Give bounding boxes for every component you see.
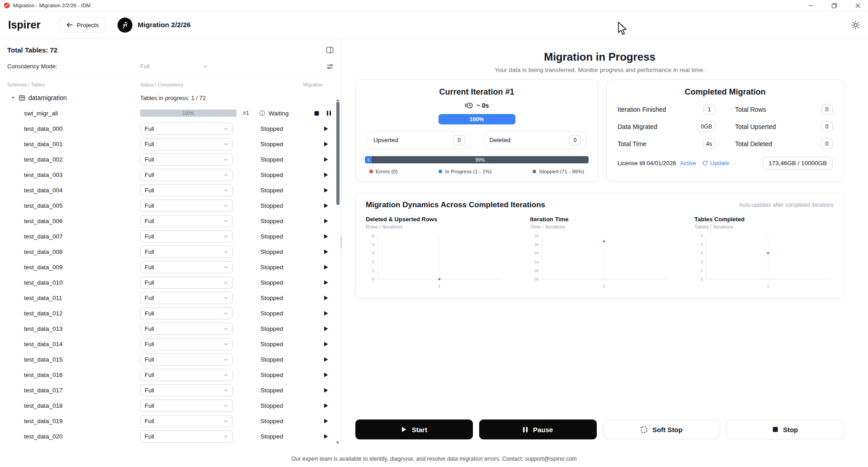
start-button[interactable]: Start (355, 419, 473, 439)
start-table-button[interactable] (323, 310, 329, 316)
license-status: Active (680, 160, 696, 167)
table-row[interactable]: test_data_007 Full Stopped (0, 229, 336, 244)
mode-dropdown[interactable]: Full (140, 369, 233, 381)
mode-dropdown[interactable]: Full (140, 215, 233, 227)
mode-dropdown[interactable]: Full (140, 169, 233, 181)
table-row[interactable]: test_data_012 Full Stopped (0, 305, 336, 321)
table-row[interactable]: test_data_011 Full Stopped (0, 290, 336, 305)
stop-button[interactable]: Stop (726, 419, 844, 439)
panel-scrollbar[interactable] (335, 95, 340, 446)
mode-dropdown[interactable]: Full (140, 430, 233, 443)
svg-text:1: 1 (372, 268, 374, 273)
mode-dropdown[interactable]: Full (140, 415, 233, 427)
mode-dropdown[interactable]: Full (140, 384, 233, 396)
start-table-button[interactable] (323, 295, 329, 301)
mode-dropdown[interactable]: Full (140, 138, 233, 150)
mode-dropdown[interactable]: Full (140, 230, 233, 243)
mode-dropdown[interactable]: Full (140, 323, 233, 335)
status-text: Stopped (260, 295, 302, 301)
table-row[interactable]: test_data_002 Full Stopped (0, 152, 336, 167)
table-row[interactable]: test_data_001 Full Stopped (0, 136, 336, 152)
mode-dropdown[interactable]: Full (140, 123, 233, 135)
chevron-down-icon (223, 372, 228, 377)
table-row[interactable]: test_data_006 Full Stopped (0, 213, 336, 229)
start-table-button[interactable] (323, 264, 329, 270)
table-row[interactable]: test_data_017 Full Stopped (0, 382, 336, 398)
close-button[interactable] (848, 0, 868, 11)
support-footer: Our expert team is available to identify… (0, 451, 868, 467)
mode-dropdown[interactable]: Full (140, 276, 233, 289)
panel-resize-handle[interactable] (340, 237, 342, 248)
start-table-button[interactable] (323, 218, 329, 224)
table-row[interactable]: test_data_009 Full Stopped (0, 259, 336, 275)
scroll-thumb[interactable] (336, 102, 340, 205)
theme-toggle-button[interactable] (851, 21, 860, 29)
table-filter-button[interactable] (326, 63, 334, 70)
table-row[interactable]: test_data_000 Full Stopped (0, 121, 336, 136)
table-row[interactable]: test_data_018 Full Stopped (0, 398, 336, 413)
schema-row[interactable]: datamigration Tables in progress: 1 / 72 (0, 90, 336, 105)
start-table-button[interactable] (323, 203, 329, 209)
back-to-projects-button[interactable]: Projects (60, 17, 106, 33)
start-table-button[interactable] (323, 172, 329, 178)
mode-dropdown[interactable]: Full (140, 338, 233, 350)
start-table-button[interactable] (323, 372, 329, 378)
mode-dropdown[interactable]: Full (140, 307, 233, 319)
start-table-button[interactable] (323, 126, 329, 132)
mode-value: Full (145, 125, 154, 132)
scroll-down-icon[interactable] (336, 438, 340, 446)
minimize-button[interactable] (801, 0, 821, 11)
mode-dropdown[interactable]: Full (140, 184, 233, 196)
start-table-button[interactable] (323, 341, 329, 347)
pause-table-button[interactable] (326, 110, 331, 116)
table-name: swt_migr_all (7, 110, 140, 117)
start-table-button[interactable] (323, 187, 329, 193)
svg-text:0s: 0s (534, 268, 538, 273)
start-table-button[interactable] (323, 434, 329, 439)
panel-collapse-button[interactable] (326, 47, 334, 53)
pause-button[interactable]: Pause (479, 419, 597, 439)
mode-dropdown[interactable]: Full (140, 200, 233, 212)
table-row[interactable]: test_data_019 Full Stopped (0, 413, 336, 429)
table-row[interactable]: test_data_010 Full Stopped (0, 275, 336, 290)
soft-stop-button[interactable]: Soft Stop (603, 419, 721, 439)
table-row[interactable]: test_data_014 Full Stopped (0, 336, 336, 352)
table-row[interactable]: test_data_013 Full Stopped (0, 321, 336, 336)
consistency-mode-select[interactable]: Full (140, 63, 208, 70)
chart-deleted-upserted: Deleted & Upserted Rows Rows / Iteration… (366, 216, 505, 293)
maximize-button[interactable] (824, 0, 844, 11)
license-update-link[interactable]: Update (702, 160, 729, 167)
start-table-button[interactable] (323, 157, 329, 162)
mode-dropdown[interactable]: Full (140, 261, 233, 273)
table-name: test_data_005 (7, 202, 140, 209)
start-table-button[interactable] (323, 141, 329, 147)
start-table-button[interactable] (323, 234, 329, 239)
start-table-button[interactable] (323, 280, 329, 286)
mode-dropdown[interactable]: Full (140, 246, 233, 258)
start-table-button[interactable] (323, 418, 329, 424)
mode-value: Full (145, 387, 154, 394)
mode-dropdown[interactable]: Full (140, 353, 233, 366)
tree-expand-caret-icon[interactable] (11, 95, 15, 100)
table-row[interactable]: test_data_004 Full Stopped (0, 182, 336, 198)
table-name: test_data_003 (7, 172, 140, 178)
table-row[interactable]: test_data_020 Full Stopped (0, 429, 336, 444)
stop-table-button[interactable] (314, 111, 319, 116)
svg-text:3s: 3s (534, 242, 538, 247)
mode-dropdown[interactable]: Full (140, 292, 233, 304)
table-row[interactable]: test_data_015 Full Stopped (0, 352, 336, 367)
stat-iteration-finished: Iteration Finished 1 (618, 104, 715, 114)
table-row[interactable]: test_data_003 Full Stopped (0, 167, 336, 182)
table-row[interactable]: test_data_005 Full Stopped (0, 198, 336, 213)
mode-dropdown[interactable]: Full (140, 153, 233, 166)
start-table-button[interactable] (323, 387, 329, 393)
table-row[interactable]: test_data_008 Full Stopped (0, 244, 336, 259)
table-row[interactable]: test_data_016 Full Stopped (0, 367, 336, 382)
mode-dropdown[interactable]: Full (140, 400, 233, 412)
start-table-button[interactable] (323, 403, 329, 409)
table-name: test_data_001 (7, 141, 140, 148)
table-row-migrating[interactable]: swt_migr_all 100% #1 Waiting (0, 105, 336, 121)
start-table-button[interactable] (323, 357, 329, 362)
start-table-button[interactable] (323, 249, 329, 255)
start-table-button[interactable] (323, 326, 329, 332)
